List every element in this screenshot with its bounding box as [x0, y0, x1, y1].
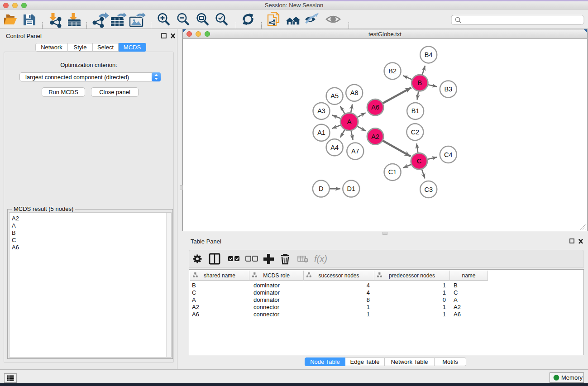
- svg-text:f(x): f(x): [314, 254, 327, 264]
- svg-text:A6: A6: [371, 104, 379, 111]
- svg-text:C4: C4: [444, 151, 453, 158]
- svg-text:A8: A8: [350, 89, 359, 96]
- svg-text:D1: D1: [347, 185, 356, 192]
- svg-text:B4: B4: [425, 51, 433, 58]
- svg-text:Memory: Memory: [561, 374, 583, 381]
- svg-text:A1: A1: [317, 129, 325, 136]
- svg-text:B3: B3: [444, 86, 452, 93]
- svg-text:B1: B1: [411, 107, 420, 114]
- svg-text:B2: B2: [388, 67, 397, 75]
- svg-text:D: D: [319, 185, 323, 192]
- svg-text:C: C: [417, 157, 421, 165]
- svg-text:C1: C1: [388, 168, 397, 176]
- svg-text:A3: A3: [317, 107, 325, 114]
- svg-text:A7: A7: [351, 148, 359, 155]
- svg-text:A4: A4: [330, 144, 339, 151]
- svg-text:A2: A2: [371, 133, 379, 140]
- svg-text:B: B: [417, 79, 422, 86]
- svg-text:C3: C3: [424, 186, 433, 193]
- svg-text:A: A: [347, 118, 352, 125]
- svg-text:C2: C2: [411, 129, 420, 136]
- svg-text:A5: A5: [330, 92, 339, 100]
